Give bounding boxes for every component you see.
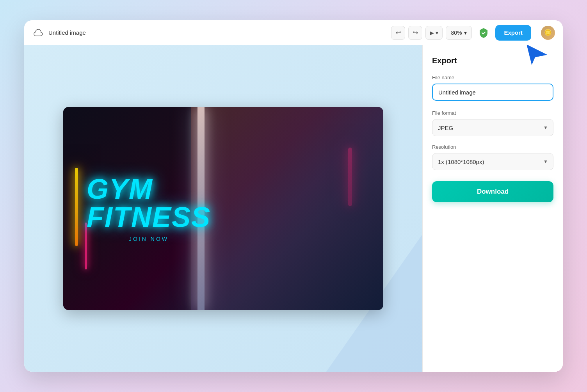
- resolution-select[interactable]: 1x (1080*1080px) 2x (2160*2160px) 0.5x (…: [432, 153, 553, 170]
- zoom-value: 80%: [451, 30, 462, 36]
- neon-yellow-light: [75, 168, 78, 246]
- redo-icon: ↪: [413, 29, 418, 36]
- file-format-wrapper: JPEG PNG SVG PDF ▼: [432, 119, 553, 136]
- header-divider: [536, 27, 536, 38]
- shield-icon: [477, 26, 491, 40]
- header-center: ↩ ↪ ▶ ▾ 80% ▾: [391, 26, 472, 40]
- redo-button[interactable]: ↪: [408, 26, 422, 40]
- zoom-chevron-icon: ▾: [464, 30, 467, 36]
- avatar-icon: 🪙: [544, 29, 552, 36]
- export-panel: Export File name File format JPEG PNG SV…: [422, 45, 563, 372]
- file-name-group: File name: [432, 75, 553, 109]
- main-content: GYM FITNESS JOIN NOW Export File name: [24, 45, 563, 372]
- file-format-label: File format: [432, 110, 553, 116]
- gym-subtitle-text: FITNESS: [87, 203, 211, 231]
- download-button[interactable]: Download: [432, 181, 553, 202]
- gym-image: GYM FITNESS JOIN NOW: [63, 107, 383, 310]
- file-name-input[interactable]: [432, 84, 553, 101]
- header: Untitled image ↩ ↪ ▶ ▾ 80% ▾: [24, 20, 563, 45]
- canvas-card: GYM FITNESS JOIN NOW: [63, 107, 383, 310]
- resolution-group: Resolution 1x (1080*1080px) 2x (2160*216…: [432, 144, 553, 170]
- play-button[interactable]: ▶ ▾: [425, 26, 443, 40]
- canvas-area: GYM FITNESS JOIN NOW: [24, 45, 422, 372]
- undo-icon: ↩: [396, 29, 401, 36]
- cloud-icon: [32, 27, 44, 39]
- file-format-select[interactable]: JPEG PNG SVG PDF: [432, 119, 553, 136]
- export-button[interactable]: Export: [495, 25, 531, 41]
- resolution-label: Resolution: [432, 144, 553, 150]
- undo-button[interactable]: ↩: [391, 26, 405, 40]
- header-left: Untitled image: [32, 27, 386, 39]
- file-name-label: File name: [432, 75, 553, 80]
- app-window: Untitled image ↩ ↪ ▶ ▾ 80% ▾: [24, 20, 563, 372]
- doc-title: Untitled image: [48, 29, 86, 36]
- cursor-decoration: [524, 45, 551, 70]
- zoom-button[interactable]: 80% ▾: [446, 26, 472, 40]
- resolution-wrapper: 1x (1080*1080px) 2x (2160*2160px) 0.5x (…: [432, 153, 553, 170]
- header-right: Export 🪙: [477, 25, 555, 41]
- gym-text-overlay: GYM FITNESS JOIN NOW: [87, 175, 211, 242]
- avatar[interactable]: 🪙: [541, 26, 555, 40]
- svg-marker-0: [526, 45, 549, 67]
- file-format-group: File format JPEG PNG SVG PDF ▼: [432, 110, 553, 136]
- play-icon: ▶: [430, 30, 434, 36]
- join-now-text: JOIN NOW: [87, 236, 211, 242]
- person-silhouette: [191, 107, 383, 310]
- gym-title-text: GYM: [87, 175, 211, 203]
- play-chevron: ▾: [436, 30, 438, 36]
